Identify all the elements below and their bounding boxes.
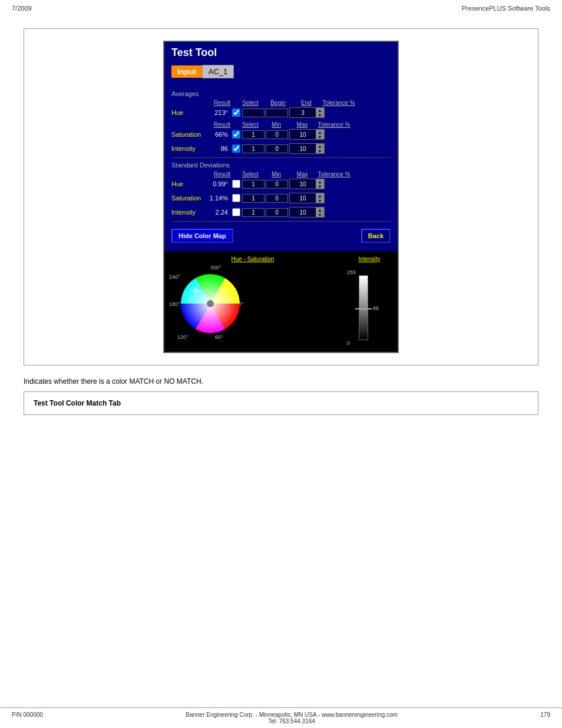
col-tol-hue: Tolerance % (320, 100, 358, 106)
sd-int-tol-down[interactable]: ▼ (316, 212, 324, 217)
hue-end-input[interactable] (266, 108, 288, 117)
angle-240: 240° (169, 274, 180, 280)
bottom-buttons: Hide Color Map Back (171, 225, 391, 246)
sd-sat-tol-down[interactable]: ▼ (316, 198, 324, 203)
sd-int-tol-up[interactable]: ▲ (316, 207, 324, 212)
sd-hue-max-input[interactable] (266, 180, 288, 189)
sat-checkbox[interactable] (232, 130, 240, 139)
divider2 (171, 221, 391, 222)
inner-panel: Averages Result Select Begin End Toleran… (164, 82, 398, 251)
angle-60: 60° (215, 334, 223, 340)
footer-center: Banner Engineering Corp. - Minneapolis, … (186, 711, 398, 724)
col-select-hue: Select (237, 100, 263, 106)
sd-hue-tol-value: 10 (290, 180, 316, 188)
sat-tol-down[interactable]: ▼ (316, 134, 324, 139)
hue-tol-up[interactable]: ▲ (316, 108, 324, 113)
sat-min-input[interactable] (242, 130, 265, 139)
sd-sat-min-input[interactable] (242, 194, 265, 203)
int-tolerance-spinner: 10 ▲ ▼ (289, 143, 325, 154)
sd-int-tol-spinner: 10 ▲ ▼ (289, 207, 325, 218)
sd-int-checkbox[interactable] (232, 208, 240, 216)
intensity-top-label: 255 (347, 269, 356, 275)
footer-center-line1: Banner Engineering Corp. - Minneapolis, … (186, 711, 398, 718)
sd-hue-min-input[interactable] (242, 180, 265, 189)
angle-180: 180° (169, 301, 180, 307)
hue-begin-cell (242, 108, 266, 117)
col-result-sat: Result (207, 121, 237, 128)
sat-max-cell (266, 130, 289, 139)
averages-label: Averages (171, 90, 391, 97)
sdcol-max: Max (289, 171, 315, 177)
sdcol-result: Result (207, 171, 237, 177)
color-wheel-container: 240° 300° 180° 0° 120° 60° (169, 265, 252, 347)
hue-result-value: 213° (207, 109, 230, 116)
color-map-area: Hue - Saturation 240° 300° 180° 0° 120° … (164, 251, 398, 352)
hue-checkbox[interactable] (232, 108, 240, 117)
sd-sat-label: Saturation (171, 195, 207, 202)
sdcol-min: Min (263, 171, 289, 177)
hue-tolerance-spinner: 3 ▲ ▼ (289, 107, 325, 118)
int-max-cell (266, 144, 289, 153)
sat-result-value: 66% (207, 131, 230, 138)
sat-max-input[interactable] (266, 130, 288, 139)
int-tol-down[interactable]: ▼ (316, 149, 324, 153)
sd-sat-min-cell (242, 194, 266, 203)
hue-header-row: Result Select Begin End Tolerance % (207, 100, 391, 106)
tab-row: Input AC_1 (164, 61, 398, 82)
tab-ac1[interactable]: AC_1 (202, 65, 234, 78)
hue-sat-title: Hue - Saturation (169, 256, 336, 262)
sd-sat-tol-buttons: ▲ ▼ (316, 193, 324, 203)
int-max-input[interactable] (266, 144, 288, 153)
angle-120: 120° (177, 334, 189, 340)
sd-hue-min-cell (242, 180, 266, 189)
int-checkbox[interactable] (232, 144, 240, 153)
hue-data-row: Hue 213° 3 ▲ ▼ (171, 107, 391, 118)
back-button[interactable]: Back (361, 229, 391, 243)
header-title: PresencePLUS Software Tools (462, 5, 550, 12)
sd-sat-tol-up[interactable]: ▲ (316, 193, 324, 198)
app-window: Test Tool Input AC_1 Averages Result Sel… (163, 41, 399, 353)
sd-hue-label: Hue (171, 180, 207, 187)
description-text: Indicates whether there is a color MATCH… (24, 377, 538, 386)
tab-input[interactable]: Input (171, 65, 202, 78)
sd-hue-checkbox[interactable] (232, 180, 240, 188)
intensity-bottom-label: 0 (347, 340, 350, 346)
sd-int-label: Intensity (171, 209, 207, 216)
footer-center-line2: Tel: 763.544.3164 (186, 718, 398, 724)
sd-hue-tol-up[interactable]: ▲ (316, 179, 324, 184)
sd-int-min-input[interactable] (242, 208, 265, 217)
sd-hue-checkbox-cell (230, 180, 242, 188)
sd-hue-tol-spinner: 10 ▲ ▼ (289, 179, 325, 189)
app-title: Test Tool (171, 47, 217, 58)
footer-left: P/N 000000 (12, 711, 43, 724)
sat-tolerance-spinner: 10 ▲ ▼ (289, 129, 325, 140)
col-tol-sat: Tolerance % (315, 121, 353, 128)
sd-sat-checkbox-cell (230, 194, 242, 202)
col-max-sat: Max (289, 121, 315, 128)
int-tol-buttons: ▲ ▼ (316, 144, 324, 153)
color-match-tab-title: Test Tool Color Match Tab (34, 399, 121, 407)
sat-tol-up[interactable]: ▲ (316, 130, 324, 134)
col-result-hue: Result (207, 100, 237, 106)
sat-header-row: Result Select Min Max Tolerance % (207, 121, 391, 128)
hue-begin-input[interactable] (242, 108, 265, 117)
sdcol-select: Select (237, 171, 263, 177)
sd-int-max-input[interactable] (266, 208, 288, 217)
int-min-cell (242, 144, 266, 153)
sd-sat-max-input[interactable] (266, 194, 288, 203)
col-min-sat: Min (263, 121, 289, 128)
int-result-value: 86 (207, 145, 230, 152)
page-header: 7/2009 PresencePLUS Software Tools (0, 0, 562, 17)
stddev-label: Standard Deviations (171, 162, 391, 169)
int-min-input[interactable] (242, 144, 265, 153)
hide-color-map-button[interactable]: Hide Color Map (171, 229, 233, 243)
int-tol-up[interactable]: ▲ (316, 144, 324, 149)
intensity-title: Intensity (346, 256, 393, 262)
hue-tol-down[interactable]: ▼ (316, 113, 324, 117)
sd-hue-tol-down[interactable]: ▼ (316, 184, 324, 189)
divider1 (171, 157, 391, 158)
screenshot-box: Test Tool Input AC_1 Averages Result Sel… (24, 28, 538, 365)
sd-sat-checkbox[interactable] (232, 194, 240, 202)
sd-int-checkbox-cell (230, 208, 242, 216)
sd-hue-value: 0.99° (207, 180, 230, 187)
